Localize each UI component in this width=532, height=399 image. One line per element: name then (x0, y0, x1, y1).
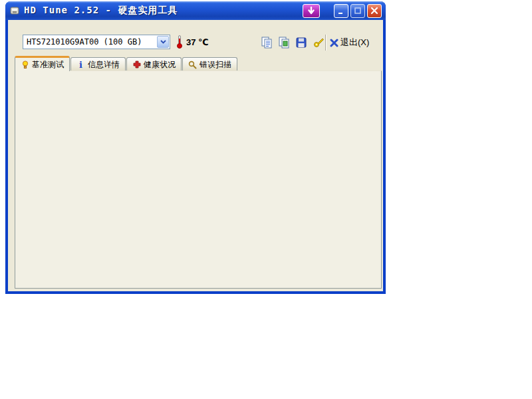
drive-select-value: HTS721010G9AT00 (100 GB) (23, 37, 157, 47)
magnifier-icon (188, 61, 197, 69)
tab-info-label: 信息详情 (88, 59, 120, 70)
hdtune-window: HD Tune 2.52 - 硬盘实用工具 HTS721010G9AT00 (1… (5, 1, 386, 294)
minimize-icon[interactable] (334, 4, 348, 18)
thermometer-icon (176, 35, 184, 49)
title-bar[interactable]: HD Tune 2.52 - 硬盘实用工具 (5, 1, 386, 20)
download-arrow-icon[interactable] (303, 4, 320, 18)
chevron-down-icon[interactable] (157, 36, 169, 48)
drive-select-dropdown[interactable]: HTS721010G9AT00 (100 GB) (23, 35, 170, 49)
tab-error-scan-label: 错误扫描 (200, 59, 231, 70)
tab-health-label: 健康状况 (144, 59, 176, 70)
close-icon[interactable] (367, 4, 382, 18)
app-icon (9, 5, 20, 16)
exit-button[interactable]: 退出(X) (330, 35, 369, 51)
bulb-icon (21, 61, 29, 69)
tab-info[interactable]: i 信息详情 (70, 57, 126, 71)
health-cross-icon (132, 61, 141, 68)
tab-health[interactable]: 健康状况 (126, 57, 182, 71)
tab-benchmark[interactable]: 基准测试 (15, 56, 70, 71)
maximize-icon[interactable] (350, 4, 365, 18)
save-icon[interactable] (293, 35, 309, 51)
toolbar-separator (325, 35, 327, 51)
exit-label: 退出(X) (340, 37, 369, 49)
copy-text-icon[interactable] (259, 35, 275, 51)
benchmark-panel (15, 70, 382, 289)
copy-image-icon[interactable] (276, 35, 292, 51)
tab-error-scan[interactable]: 错误扫描 (182, 57, 237, 71)
window-title: HD Tune 2.52 - 硬盘实用工具 (24, 5, 178, 17)
info-icon: i (76, 61, 85, 68)
tab-benchmark-label: 基准测试 (32, 59, 64, 70)
exit-x-icon (330, 39, 338, 47)
temperature-value: 37 ℃ (186, 37, 209, 47)
tab-strip: 基准测试 i 信息详情 健康状况 错误扫描 (15, 56, 238, 71)
options-icon[interactable] (311, 35, 327, 51)
